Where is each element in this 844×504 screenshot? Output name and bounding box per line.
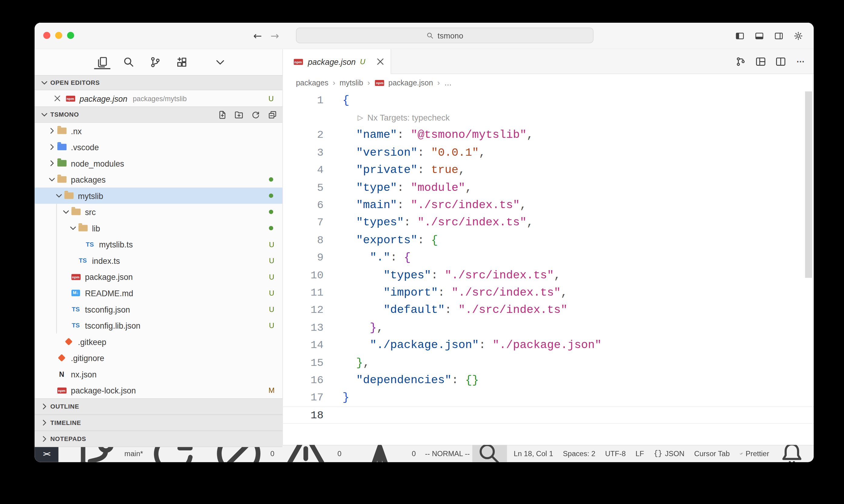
breadcrumb-item-package-json[interactable]: npmpackage.json: [374, 78, 433, 88]
remote-indicator[interactable]: ><: [35, 446, 58, 462]
back-icon[interactable]: ←: [253, 30, 262, 41]
status-item-cursor-position[interactable]: Ln 18, Col 1: [511, 449, 556, 459]
tree-item-src[interactable]: src: [35, 204, 282, 220]
activity-bar: [35, 49, 282, 75]
explorer-actions: [217, 110, 277, 119]
explorer-header[interactable]: TSMONO: [35, 107, 282, 123]
npm-icon: npm: [56, 385, 67, 395]
tree-item-label: nx.json: [71, 370, 97, 379]
chevron-down-icon[interactable]: [214, 54, 226, 70]
panel-header-notepads[interactable]: NOTEPADS: [35, 431, 282, 447]
nx-icon: N: [56, 369, 67, 379]
tree-item-label: .nx: [71, 126, 82, 136]
git-icon: [56, 353, 67, 363]
tree-item-package-json[interactable]: npmpackage.jsonU: [35, 269, 282, 285]
close-icon[interactable]: [53, 94, 62, 103]
layout-sidebar-left-icon[interactable]: [735, 31, 744, 40]
panel-header-outline[interactable]: OUTLINE: [35, 398, 282, 415]
npm-icon: npm: [293, 57, 304, 66]
tree-item-nx-json[interactable]: Nnx.json: [35, 366, 282, 382]
status-item-language-mode[interactable]: {}JSON: [651, 449, 687, 459]
breadcrumb: packages›mytslib›npmpackage.json›…: [283, 74, 814, 91]
tree-item-gitkeep[interactable]: .gitkeep: [35, 334, 282, 350]
tree-item-tsconfig-json[interactable]: TStsconfig.jsonU: [35, 301, 282, 318]
git-status-badge: U: [268, 289, 275, 297]
minimize-button[interactable]: [55, 32, 62, 39]
tree-item-tsconfig-lib-json[interactable]: TStsconfig.lib.jsonU: [35, 318, 282, 334]
code-line-12: 12 "default": "./src/index.ts": [283, 301, 814, 319]
code-line-18: 18: [283, 407, 814, 424]
status-label: 0: [338, 450, 341, 458]
codelens[interactable]: ▷Nx Targets: typecheck: [283, 109, 814, 126]
tree-item-mytslib[interactable]: mytslib: [35, 187, 282, 204]
tree-item-node-modules[interactable]: node_modules: [35, 155, 282, 172]
play-icon: ▷: [358, 113, 363, 122]
close-button[interactable]: [44, 32, 50, 39]
status-label: LF: [635, 450, 644, 458]
git-status-badge: U: [268, 256, 275, 265]
code-line-17: 17}: [283, 389, 814, 407]
status-item-indentation[interactable]: Spaces: 2: [560, 449, 598, 459]
tree-item-packages[interactable]: packages: [35, 172, 282, 188]
remote-icon: ><: [43, 450, 50, 458]
ts-icon: TS: [70, 304, 81, 314]
tree-item-label: packages: [71, 175, 106, 184]
tree-item-label: package.json: [85, 272, 133, 282]
npm-icon: npm: [70, 272, 81, 282]
tree-item-readme-md[interactable]: M↓README.mdU: [35, 285, 282, 301]
extensions-icon[interactable]: [176, 54, 188, 70]
tree-item-gitignore[interactable]: .gitignore: [35, 350, 282, 366]
new-file-icon[interactable]: [217, 110, 226, 119]
tree-item-lib[interactable]: lib: [35, 220, 282, 236]
breadcrumb-item-mytslib[interactable]: mytslib: [340, 78, 363, 87]
panel-title: TIMELINE: [50, 419, 81, 426]
panel-header-timeline[interactable]: TIMELINE: [35, 415, 282, 431]
status-item-formatter[interactable]: Prettier: [737, 449, 772, 459]
breadcrumb-item-[interactable]: …: [444, 78, 452, 87]
tree-item-nx[interactable]: .nx: [35, 123, 282, 139]
status-item-encoding[interactable]: UTF-8: [602, 449, 628, 459]
open-editor-item[interactable]: npmpackage.jsonpackages/mytslibU: [35, 90, 282, 107]
tab-package-json[interactable]: npm package.json U: [283, 49, 391, 74]
tree-item-label: index.ts: [92, 256, 120, 265]
tree-item-mytslib-ts[interactable]: TSmytslib.tsU: [35, 236, 282, 253]
line-number: 13: [283, 321, 342, 334]
code-editor[interactable]: 1{▷Nx Targets: typecheck2 "name": "@tsmo…: [283, 91, 814, 445]
collapse-all-icon[interactable]: [268, 110, 277, 119]
forward-icon[interactable]: →: [271, 30, 279, 41]
split-editor-icon[interactable]: [775, 56, 786, 67]
code-line-15: 15 },: [283, 354, 814, 372]
code-line-14: 14 "./package.json": "./package.json": [283, 337, 814, 354]
titlebar: ← → tsmono: [35, 23, 814, 49]
tree-item-label: .vscode: [71, 142, 99, 151]
tree-item-index-ts[interactable]: TSindex.tsU: [35, 252, 282, 269]
breadcrumb-item-packages[interactable]: packages: [296, 78, 328, 87]
search-icon: [426, 32, 434, 39]
codelens-label: Nx Targets: typecheck: [367, 113, 450, 122]
command-center[interactable]: tsmono: [296, 28, 593, 43]
customize-layout-icon[interactable]: [755, 56, 766, 67]
line-number: 8: [283, 234, 342, 246]
status-item-eol[interactable]: LF: [633, 449, 647, 459]
tree-item-vscode[interactable]: .vscode: [35, 139, 282, 156]
layout-sidebar-right-icon[interactable]: [774, 31, 783, 40]
refresh-icon[interactable]: [251, 110, 260, 119]
open-editors-header[interactable]: OPEN EDITORS: [35, 75, 282, 90]
new-folder-icon[interactable]: [234, 110, 243, 119]
status-item-vim-mode[interactable]: -- NORMAL --: [422, 449, 472, 459]
zoom-button[interactable]: [67, 32, 74, 39]
status-item-cursor-tab[interactable]: Cursor Tab: [691, 449, 733, 459]
explorer-files-icon[interactable]: [97, 54, 108, 70]
search-icon[interactable]: [123, 54, 135, 70]
source-control-graph-icon[interactable]: [735, 56, 746, 67]
source-control-icon[interactable]: [150, 54, 161, 70]
chevron-down-icon: [55, 192, 63, 200]
more-actions-icon[interactable]: ⋯: [795, 56, 806, 67]
scrollbar-thumb[interactable]: [805, 91, 812, 278]
gear-icon[interactable]: [794, 31, 803, 40]
layout-panel-icon[interactable]: [755, 31, 764, 40]
code-line-8: 8 "exports": {: [283, 231, 814, 249]
close-icon[interactable]: [376, 57, 385, 66]
tree-item-package-lock-json[interactable]: npmpackage-lock.jsonM: [35, 382, 282, 399]
tree-item-label: tsconfig.lib.json: [85, 321, 140, 330]
